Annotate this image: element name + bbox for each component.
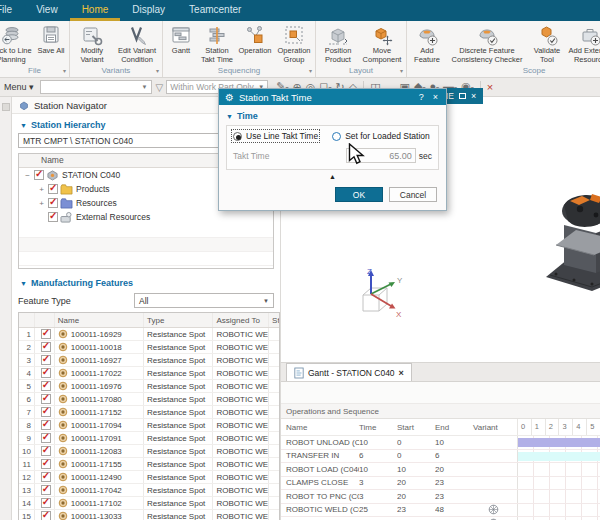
button-discrete-feature-checker[interactable]: Discrete Feature Consistency Checker [446, 22, 528, 64]
button-save-all[interactable]: Save All [34, 22, 68, 56]
feature-checkbox[interactable] [41, 394, 51, 404]
tree-checkbox[interactable] [48, 212, 58, 222]
radio-circle-icon [332, 132, 341, 141]
group-dropdown-icon[interactable]: ▾ [309, 65, 312, 77]
feature-checkbox[interactable] [41, 368, 51, 378]
timeline-tick: 4 [572, 419, 586, 435]
button-station-takt-time[interactable]: Station Takt Time [198, 22, 236, 64]
button-position-product[interactable]: Position Product [317, 22, 359, 64]
tree-checkbox[interactable] [48, 184, 58, 194]
dialog-collapse-arrow[interactable]: ▲ [226, 172, 439, 182]
feature-checkbox[interactable] [41, 459, 51, 469]
feature-row[interactable]: 11100011-17155Resistance SpotROBOTIC WEL… [19, 458, 279, 471]
button-edit-variant-condition[interactable]: Edit Variant Condition [113, 22, 161, 64]
button-back-to-line-planning[interactable]: Back to Line Planning [0, 22, 34, 64]
feature-row[interactable]: 12100011-12490Resistance SpotROBOTIC WEL… [19, 471, 279, 484]
collapse-triangle-icon: ▼ [20, 280, 27, 287]
gantt-row[interactable]: TRANSFER IN606 [281, 450, 600, 464]
gantt-tab[interactable]: Gantt - STATION C040 × [286, 363, 412, 381]
feature-row[interactable]: 9100011-17091Resistance SpotROBOTIC WELD… [19, 432, 279, 445]
tab-view[interactable]: View [24, 0, 70, 21]
feature-row[interactable]: 14100011-17102Resistance SpotROBOTIC WEL… [19, 497, 279, 510]
feature-checkbox[interactable] [41, 407, 51, 417]
group-dropdown-icon[interactable]: ▾ [156, 65, 159, 77]
cancel-button[interactable]: Cancel [389, 187, 437, 202]
close-button[interactable]: × [431, 92, 440, 102]
feature-row[interactable]: 2100011-10018Resistance SpotROBOTIC WELD… [19, 341, 279, 354]
close-view-icon[interactable]: × [487, 79, 493, 96]
search-combo[interactable]: ▼ [40, 80, 152, 94]
gantt-bar[interactable] [518, 452, 600, 461]
dialog-title-bar[interactable]: ⚙ Station Takt Time ? × [219, 89, 446, 105]
tab-display[interactable]: Display [120, 0, 177, 21]
gantt-row[interactable]: ROBOTIC WELD (C040R...252348 [281, 504, 600, 518]
feature-checkbox[interactable] [41, 355, 51, 365]
button-operation[interactable]: Operation [236, 22, 274, 56]
button-gantt[interactable]: Gantt [164, 22, 198, 56]
feature-row[interactable]: 3100011-16927Resistance SpotROBOTIC WELD… [19, 354, 279, 367]
feature-checkbox[interactable] [41, 511, 51, 520]
radio-use-line-takt-time[interactable]: Use Line Takt Time [233, 131, 318, 141]
tree-expander[interactable]: + [37, 199, 46, 208]
feature-row[interactable]: 5100011-16976Resistance SpotROBOTIC WELD… [19, 380, 279, 393]
feature-type-combo[interactable]: All ▼ [134, 293, 274, 308]
button-modify-variant[interactable]: Modify Variant [71, 22, 113, 64]
tree-item-external-resources[interactable]: External Resources [19, 210, 273, 224]
feature-row[interactable]: 4100011-17022Resistance SpotROBOTIC WELD… [19, 367, 279, 380]
manufacturing-features-section[interactable]: ▼ Manufacturing Features [20, 278, 133, 288]
button-move-component[interactable]: Move Component [359, 22, 405, 64]
feature-checkbox[interactable] [41, 498, 51, 508]
close-icon[interactable]: × [399, 368, 404, 378]
feature-checkbox[interactable] [41, 420, 51, 430]
feature-row[interactable]: 7100011-17152Resistance SpotROBOTIC WELD… [19, 406, 279, 419]
tree-expander[interactable]: + [37, 185, 46, 194]
tab-home[interactable]: Home [70, 0, 121, 21]
gantt-row[interactable]: CLAMPS CLOSE32023 [281, 477, 600, 491]
weld-point-icon [58, 498, 68, 508]
feature-checkbox[interactable] [41, 342, 51, 352]
tree-checkbox[interactable] [34, 170, 44, 180]
feature-row[interactable]: 1100011-16929Resistance SpotROBOTIC WELD… [19, 328, 279, 341]
button-label: Gantt [172, 47, 190, 56]
menu-button[interactable]: Menu ▾ [4, 82, 34, 92]
feature-checkbox[interactable] [41, 381, 51, 391]
feature-row[interactable]: 8100011-17094Resistance SpotROBOTIC WELD… [19, 419, 279, 432]
feature-row[interactable]: 15100011-13033Resistance SpotROBOTIC WEL… [19, 510, 279, 520]
feature-row[interactable]: 6100011-17080Resistance SpotROBOTIC WELD… [19, 393, 279, 406]
robot-pedestal[interactable] [534, 181, 600, 311]
gantt-row[interactable]: ROBOT TO PNC (C040R...32023 [281, 490, 600, 504]
ok-button[interactable]: OK [335, 187, 383, 202]
filter-icon[interactable]: ▽ [156, 82, 164, 93]
tree-expander[interactable]: − [23, 171, 32, 180]
feature-checkbox[interactable] [41, 472, 51, 482]
tree-checkbox[interactable] [48, 198, 58, 208]
restore-window-icon[interactable] [459, 93, 466, 99]
gantt-row[interactable]: ROBOT LOAD (C040R01)101020 [281, 463, 600, 477]
button-add-feature[interactable]: Add Feature [408, 22, 446, 64]
feature-row-number: 13 [19, 484, 35, 496]
button-operation-group[interactable]: Operation Group [274, 22, 314, 64]
feature-checkbox[interactable] [41, 446, 51, 456]
help-button[interactable]: ? [417, 92, 426, 102]
feature-row[interactable]: 13100011-17042Resistance SpotROBOTIC WEL… [19, 484, 279, 497]
button-add-external-resource[interactable]: Add External Resource [566, 22, 600, 64]
feature-checkbox[interactable] [41, 329, 51, 339]
discrete-feature-checker-icon [475, 23, 499, 47]
operation-name: TRANSFER IN [281, 451, 359, 460]
close-icon[interactable]: × [471, 91, 476, 101]
time-section-header[interactable]: ▼ Time [226, 111, 439, 121]
gantt-row[interactable]: ROBOT UNLOAD (C040...10010 [281, 436, 600, 450]
gantt-bar[interactable] [518, 438, 600, 447]
station-hierarchy-section[interactable]: ▼ Station Hierarchy [20, 120, 105, 130]
tab-teamcenter[interactable]: Teamcenter [177, 0, 253, 21]
feature-status [269, 471, 279, 483]
group-dropdown-icon[interactable]: ▾ [63, 65, 66, 77]
tab-file[interactable]: File [0, 0, 24, 21]
left-panel-rail[interactable] [0, 97, 12, 520]
feature-row[interactable]: 10100011-12083Resistance SpotROBOTIC WEL… [19, 445, 279, 458]
group-dropdown-icon[interactable]: ▾ [400, 65, 403, 77]
feature-checkbox[interactable] [41, 433, 51, 443]
radio-set-for-loaded-station[interactable]: Set for Loaded Station [332, 131, 430, 141]
feature-checkbox[interactable] [41, 485, 51, 495]
button-validate-tool[interactable]: Validate Tool [528, 22, 566, 64]
